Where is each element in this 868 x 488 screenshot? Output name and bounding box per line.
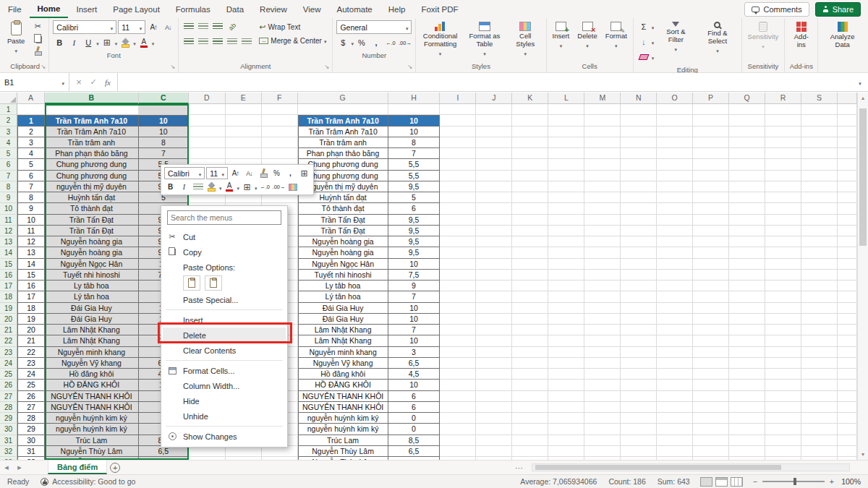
cell-L27[interactable] bbox=[548, 391, 584, 402]
cell-S28[interactable] bbox=[801, 402, 838, 413]
cell-N23[interactable] bbox=[621, 347, 657, 358]
cell-M12[interactable] bbox=[584, 226, 621, 236]
cell-S4[interactable] bbox=[801, 137, 838, 148]
cell-O9[interactable] bbox=[657, 192, 693, 203]
cell-J16[interactable] bbox=[476, 270, 512, 281]
row-header-15[interactable]: 15 bbox=[0, 259, 17, 270]
cell-A16[interactable]: 15 bbox=[17, 270, 45, 281]
cell-A9[interactable]: 8 bbox=[17, 192, 45, 203]
cell-L29[interactable] bbox=[548, 413, 584, 424]
cell-G26[interactable]: HỒ ĐĂNG KHÔI bbox=[298, 380, 388, 390]
row-header-5[interactable]: 5 bbox=[0, 148, 17, 159]
cell-I21[interactable] bbox=[440, 325, 476, 335]
menu-item-column-width[interactable]: Column Width... bbox=[163, 378, 286, 393]
column-header-Q[interactable]: Q bbox=[729, 93, 765, 104]
cell-B12[interactable]: Trần Tấn Đạt bbox=[45, 226, 139, 236]
cell-L22[interactable] bbox=[548, 335, 584, 346]
cell-Q7[interactable] bbox=[729, 171, 765, 181]
cell-I14[interactable] bbox=[440, 247, 476, 258]
mini-font-color-button[interactable] bbox=[224, 181, 236, 193]
menu-search-box[interactable] bbox=[167, 210, 281, 225]
cell-I25[interactable] bbox=[440, 369, 476, 380]
find-select-button[interactable]: Find & Select bbox=[697, 20, 737, 56]
cell-F32[interactable] bbox=[262, 446, 298, 457]
font-size-select[interactable]: 11 bbox=[118, 20, 145, 34]
mini-fill-color-button[interactable] bbox=[205, 181, 218, 193]
cell-J21[interactable] bbox=[476, 325, 512, 335]
new-sheet-button[interactable] bbox=[107, 461, 123, 474]
column-header-M[interactable]: M bbox=[584, 93, 621, 104]
mini-styles-button[interactable] bbox=[286, 181, 299, 193]
italic-button[interactable] bbox=[67, 36, 80, 49]
cell-P19[interactable] bbox=[693, 303, 729, 314]
cell-S32[interactable] bbox=[801, 446, 838, 457]
cell-J31[interactable] bbox=[476, 435, 512, 446]
cell-I9[interactable] bbox=[440, 192, 476, 203]
cell-I13[interactable] bbox=[440, 236, 476, 247]
cell-G4[interactable]: Trần trâm anh bbox=[298, 137, 388, 148]
column-header-S[interactable]: S bbox=[801, 93, 838, 104]
cell-G3[interactable]: Trần Trâm Anh 7a10 bbox=[298, 127, 388, 137]
cell-B6[interactable]: Chung phương dung bbox=[45, 159, 139, 170]
cell-H31[interactable]: 8,5 bbox=[388, 435, 441, 446]
horizontal-scroll-thumb[interactable] bbox=[535, 465, 781, 470]
cell-H10[interactable]: 6 bbox=[388, 203, 441, 214]
cell-I16[interactable] bbox=[440, 270, 476, 281]
cell-L3[interactable] bbox=[548, 127, 584, 137]
cell-G12[interactable]: Trần Tấn Đạt bbox=[298, 226, 388, 236]
cell-I5[interactable] bbox=[440, 148, 476, 159]
cell-K26[interactable] bbox=[512, 380, 548, 390]
cell-B9[interactable]: Huỳnh tấn đạt bbox=[45, 192, 139, 203]
cell-L12[interactable] bbox=[548, 226, 584, 236]
cell-R25[interactable] bbox=[765, 369, 801, 380]
autosum-button[interactable] bbox=[637, 20, 650, 33]
cell-I12[interactable] bbox=[440, 226, 476, 236]
cell-F1[interactable] bbox=[262, 104, 298, 115]
cell-K12[interactable] bbox=[512, 226, 548, 236]
font-dialog-launcher[interactable] bbox=[169, 63, 176, 71]
cell-S13[interactable] bbox=[801, 236, 838, 247]
cell-O28[interactable] bbox=[657, 402, 693, 413]
cell-L7[interactable] bbox=[548, 171, 584, 181]
cell-R20[interactable] bbox=[765, 314, 801, 325]
cell-S12[interactable] bbox=[801, 226, 838, 236]
row-header-1[interactable]: 1 bbox=[0, 104, 17, 115]
cell-R14[interactable] bbox=[765, 247, 801, 258]
align-bottom-button[interactable] bbox=[211, 20, 224, 33]
paste-button[interactable]: Paste bbox=[5, 20, 27, 56]
name-box[interactable]: B1 bbox=[0, 73, 69, 91]
cell-J14[interactable] bbox=[476, 247, 512, 258]
cell-L9[interactable] bbox=[548, 192, 584, 203]
cell-J28[interactable] bbox=[476, 402, 512, 413]
cell-P10[interactable] bbox=[693, 203, 729, 214]
cell-O10[interactable] bbox=[657, 203, 693, 214]
cell-M26[interactable] bbox=[584, 380, 621, 390]
cell-O8[interactable] bbox=[657, 181, 693, 192]
cell-K6[interactable] bbox=[512, 159, 548, 170]
cell-P21[interactable] bbox=[693, 325, 729, 335]
cell-M6[interactable] bbox=[584, 159, 621, 170]
cell-N10[interactable] bbox=[621, 203, 657, 214]
cell-H18[interactable]: 7 bbox=[388, 291, 441, 302]
cell-Q5[interactable] bbox=[729, 148, 765, 159]
mini-percent-button[interactable] bbox=[271, 167, 283, 179]
cell-A12[interactable]: 11 bbox=[17, 226, 45, 236]
cell-P25[interactable] bbox=[693, 369, 729, 380]
cell-Q3[interactable] bbox=[729, 127, 765, 137]
cell-Q11[interactable] bbox=[729, 215, 765, 226]
mini-align-center-button[interactable] bbox=[192, 181, 204, 193]
row-header-7[interactable]: 7 bbox=[0, 171, 17, 181]
align-center-button[interactable] bbox=[197, 35, 210, 48]
cell-C4[interactable]: 8 bbox=[139, 137, 189, 148]
cell-N22[interactable] bbox=[621, 335, 657, 346]
column-header-B[interactable]: B bbox=[45, 93, 139, 104]
row-header-18[interactable]: 18 bbox=[0, 291, 17, 302]
cell-L21[interactable] bbox=[548, 325, 584, 335]
cell-G31[interactable]: Trúc Lam bbox=[298, 435, 388, 446]
row-header-19[interactable]: 19 bbox=[0, 303, 17, 314]
cell-S11[interactable] bbox=[801, 215, 838, 226]
horizontal-scrollbar[interactable] bbox=[532, 463, 850, 471]
cell-H22[interactable]: 10 bbox=[388, 335, 441, 346]
cell-C5[interactable]: 7 bbox=[139, 148, 189, 159]
cell-B17[interactable]: Ly tâb hoa bbox=[45, 281, 139, 291]
